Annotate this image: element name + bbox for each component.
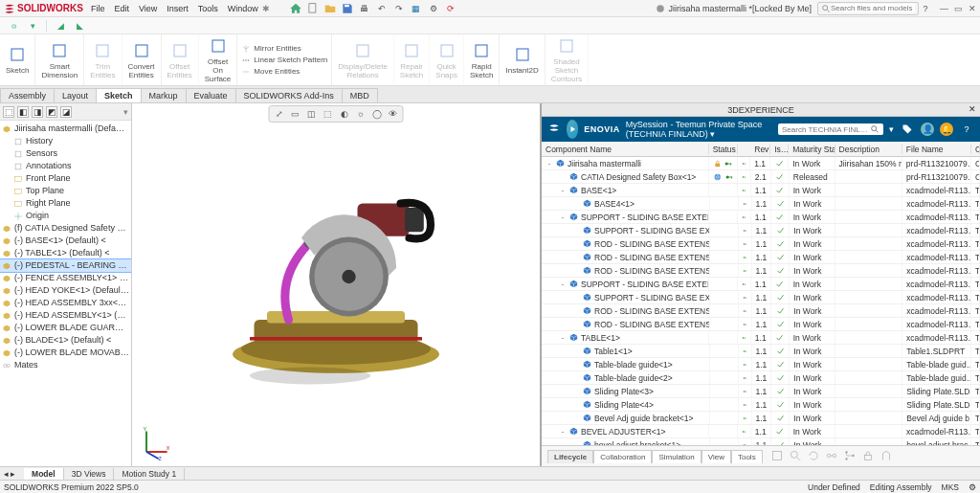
feature-tree-item[interactable]: (-) HEAD ASSEMBLY 3xx<1> (Def… [0, 297, 131, 309]
col-filename[interactable]: File Name [902, 145, 971, 154]
menu-tools[interactable]: Tools [198, 4, 218, 13]
tab-markup[interactable]: Markup [141, 88, 187, 102]
feature-tree-item[interactable]: Right Plane [0, 197, 131, 210]
save-icon[interactable] [341, 2, 354, 15]
tab-solidworks-add-ins[interactable]: SOLIDWORKS Add-Ins [235, 88, 343, 102]
tag-icon[interactable] [900, 122, 915, 137]
close-icon[interactable]: ✕ [969, 4, 976, 13]
menu-window[interactable]: Window [228, 4, 258, 13]
rebuild-icon[interactable]: ⟳ [444, 2, 457, 15]
mini-tab-view[interactable]: View [702, 450, 731, 463]
col-is[interactable]: Is… [770, 145, 789, 154]
feature-tree-item[interactable]: History [0, 135, 131, 147]
feature-tree-item[interactable]: (-) FENCE ASSEMBLY<1> (Default [0, 272, 131, 284]
home-icon[interactable] [289, 2, 302, 15]
feature-tree-item[interactable]: (-) LOWER BLADE GUARD<1> (De… [0, 322, 131, 334]
help-icon[interactable]: ? [919, 2, 932, 15]
ribbon-convert[interactable]: ConvertEntities [122, 34, 162, 85]
doc-tab-model[interactable]: Model [24, 468, 64, 480]
feature-tree-item[interactable]: (-) HEAD ASSEMBLY<1> (Default)… [0, 309, 131, 322]
feature-tree-item[interactable]: Annotations [0, 160, 131, 172]
feature-tree-item[interactable]: (f) CATIA Designed Safety Box<1… [0, 222, 131, 235]
ribbon-rapid[interactable]: RapidSketch [464, 34, 500, 85]
table-row[interactable]: Table-blade guide<1>1.1In WorkTable-blad… [542, 358, 980, 371]
table-row[interactable]: ROD - SLIDING BASE EXTENSION<4>1.1In Wor… [542, 264, 980, 278]
menu-edit[interactable]: Edit [114, 4, 129, 13]
component-grid[interactable]: -Jiirisaha mastermalli1.1In WorkJiirisah… [542, 157, 980, 445]
qa-icon[interactable]: ◣ [72, 19, 87, 33]
doc-tab-3d-views[interactable]: 3D Views [64, 468, 115, 480]
menu-insert[interactable]: Insert [167, 4, 189, 13]
table-row[interactable]: Bevel Adj guide bracket<1>1.1In WorkBeve… [542, 412, 980, 425]
tool-icon[interactable] [770, 449, 784, 464]
table-row[interactable]: -TABLE<1>1.1In Workxcadmodel-R113…Teemun… [542, 331, 980, 345]
tab-evaluate[interactable]: Evaluate [186, 88, 236, 102]
mini-tab-simulation[interactable]: Simulation [652, 450, 701, 463]
table-row[interactable]: -BEVEL ADJUSTER<1>1.1In Workxcadmodel-R1… [542, 425, 980, 438]
tool-revision-icon[interactable] [825, 449, 838, 464]
gear-icon[interactable]: ⚙ [427, 2, 440, 15]
qa-icon[interactable]: ◢ [53, 19, 68, 33]
feature-tree-item[interactable]: (-) HEAD YOKE<1> (Default) < [0, 284, 131, 297]
feature-tree-item[interactable]: Origin [0, 210, 131, 222]
undo-icon[interactable]: ↶ [375, 2, 389, 15]
mini-tab-collaboration[interactable]: Collaboration [593, 450, 652, 463]
table-row[interactable]: CATIA Designed Safety Box<1>2.1Releasedp… [542, 170, 980, 184]
table-row[interactable]: -SUPPORT - SLIDING BASE EXTENSION-RH<1>1… [542, 278, 980, 291]
tool-search-icon[interactable] [789, 449, 802, 464]
mini-tab-lifecycle[interactable]: Lifecycle [547, 450, 593, 463]
open-icon[interactable] [323, 2, 337, 15]
mini-tab-tools[interactable]: Tools [731, 450, 763, 463]
tool-release-icon[interactable] [880, 449, 893, 464]
tab-mbd[interactable]: MBD [342, 88, 378, 102]
col-description[interactable]: Description [835, 145, 902, 154]
feature-tree-item[interactable]: Mates [0, 359, 131, 371]
table-row[interactable]: ROD - SLIDING BASE EXTENSION<1>1.1In Wor… [542, 304, 980, 318]
tool-lock-icon[interactable] [861, 449, 875, 464]
doc-tab-nav[interactable]: ◂ ▸ [0, 469, 24, 479]
tool-refresh-icon[interactable] [807, 449, 820, 464]
menu-file[interactable]: File [91, 4, 105, 13]
feature-tree-root[interactable]: Jiirisaha mastermalli (Default) < [0, 123, 131, 135]
qa-icon[interactable]: ⌾ [6, 19, 21, 33]
fm-tab-icon[interactable]: ◪ [60, 106, 72, 118]
enovia-search-input[interactable] [778, 123, 883, 135]
table-row[interactable]: ROD - SLIDING BASE EXTENSION<2>1.1In Wor… [542, 318, 980, 331]
fm-tab-icon[interactable]: ◧ [17, 106, 29, 118]
fm-tab-icon[interactable]: ◨ [32, 106, 43, 118]
table-row[interactable]: SUPPORT - SLIDING BASE EXTENSION<1>1.1In… [542, 224, 980, 237]
table-row[interactable]: BASE4<1>1.1In Workxcadmodel-R113…Teemun … [542, 197, 980, 211]
tab-layout[interactable]: Layout [54, 88, 97, 102]
compass-icon[interactable] [567, 120, 578, 139]
graphics-viewport[interactable]: ⤢ ▭ ◫ ⬚ ◐ ☼ ◯ 👁 [132, 103, 540, 466]
col-status[interactable]: Status [709, 145, 738, 154]
help-icon[interactable]: ? [959, 122, 974, 137]
feature-tree-item[interactable]: Sensors [0, 147, 131, 160]
orientation-triad[interactable]: Y X Z [138, 426, 172, 460]
qa-icon[interactable]: ▾ [25, 19, 40, 33]
table-row[interactable]: ROD - SLIDING BASE EXTENSION<5>1.1In Wor… [542, 251, 980, 264]
user-avatar-icon[interactable]: 👤 [921, 123, 934, 136]
table-row[interactable]: -SUPPORT - SLIDING BASE EXTENSION - LH<1… [542, 211, 980, 224]
tab-sketch[interactable]: Sketch [96, 88, 142, 102]
ribbon-smart-dim[interactable]: SmartDimension [35, 34, 84, 85]
table-row[interactable]: Table-blade guide<2>1.1In WorkTable-blad… [542, 371, 980, 385]
new-icon[interactable] [306, 2, 320, 15]
options-icon[interactable]: ▦ [410, 2, 423, 15]
ribbon-instant2d[interactable]: Instant2D [500, 34, 545, 85]
fm-dropdown-icon[interactable]: ▾ [123, 107, 128, 117]
print-icon[interactable]: 🖶 [358, 2, 371, 15]
status-gear-icon[interactable]: ⚙ [969, 482, 976, 492]
table-row[interactable]: Sliding Plate<3>1.1In WorkSliding Plate.… [542, 385, 980, 398]
ribbon-offset-surf[interactable]: OffsetOnSurface [199, 34, 238, 85]
table-row[interactable]: ROD - SLIDING BASE EXTENSION<3>1.1In Wor… [542, 237, 980, 251]
col-collab-space[interactable]: Collaborative Spa [971, 145, 980, 154]
col-maturity[interactable]: Maturity State [789, 145, 835, 154]
doc-tab-motion-study-1[interactable]: Motion Study 1 [114, 468, 185, 480]
status-units[interactable]: MKS [942, 482, 959, 492]
feature-tree-item[interactable]: (-) LOWER BLADE MOVABLE GUA… [0, 347, 131, 359]
panel-close-icon[interactable]: ✕ [969, 104, 976, 114]
session-label[interactable]: MySession - Teemun Private Space (TECHNI… [626, 120, 767, 139]
tool-branch-icon[interactable] [843, 449, 857, 464]
table-row[interactable]: Table1<1>1.1In WorkTable1.SLDPRTTeemun P… [542, 345, 980, 358]
